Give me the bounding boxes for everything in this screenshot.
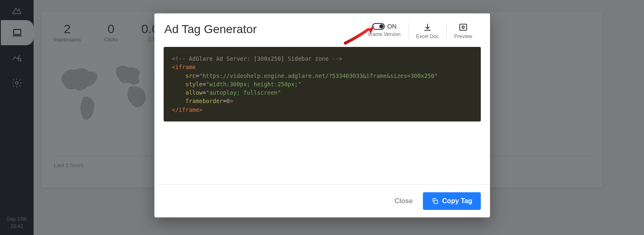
modal-header: Ad Tag Generator ON Iframe Version Excel… bbox=[154, 13, 490, 47]
ad-tag-generator-modal: Ad Tag Generator ON Iframe Version Excel… bbox=[154, 13, 490, 217]
code-attr-allow: allow bbox=[185, 89, 203, 96]
modal-footer: Close Copy Tag bbox=[154, 184, 490, 217]
copy-tag-button[interactable]: Copy Tag bbox=[423, 192, 481, 210]
code-attr-frameborder: frameborder bbox=[185, 98, 223, 104]
toggle-icon bbox=[372, 23, 385, 30]
preview-action[interactable]: Preview bbox=[446, 23, 480, 39]
close-button[interactable]: Close bbox=[394, 197, 413, 205]
iframe-version-toggle[interactable]: ON Iframe Version bbox=[360, 23, 408, 37]
svg-point-5 bbox=[462, 26, 464, 28]
code-val-frameborder: 0 bbox=[227, 98, 230, 104]
modal-overlay[interactable]: Ad Tag Generator ON Iframe Version Excel… bbox=[0, 0, 644, 235]
code-block[interactable]: <!-- AdGlare Ad Server: [300x250] Sideba… bbox=[164, 47, 481, 121]
code-open-tag: <iframe bbox=[172, 64, 196, 70]
toggle-state-label: ON bbox=[387, 23, 397, 30]
toggle-sub-label: Iframe Version bbox=[368, 31, 400, 37]
code-val-allow: "autoplay; fullscreen" bbox=[206, 89, 281, 96]
excel-doc-action[interactable]: Excel Doc bbox=[408, 23, 446, 39]
code-val-src: "https://videohelp.engine.adglare.net/?5… bbox=[199, 72, 438, 79]
code-comment: <!-- AdGlare Ad Server: [300x250] Sideba… bbox=[172, 55, 342, 62]
copy-tag-label: Copy Tag bbox=[442, 197, 472, 205]
modal-header-actions: ON Iframe Version Excel Doc Preview bbox=[360, 23, 480, 39]
code-val-style: "width:300px; height:250px;" bbox=[206, 81, 302, 88]
copy-icon bbox=[431, 197, 439, 205]
code-close-tag: </iframe> bbox=[172, 106, 203, 113]
preview-icon bbox=[459, 23, 468, 32]
modal-title: Ad Tag Generator bbox=[164, 23, 361, 36]
svg-rect-6 bbox=[434, 200, 438, 204]
modal-spacer bbox=[154, 121, 490, 184]
preview-label: Preview bbox=[454, 34, 472, 39]
download-icon bbox=[423, 23, 432, 32]
excel-doc-label: Excel Doc bbox=[416, 34, 439, 39]
svg-rect-4 bbox=[460, 24, 467, 31]
code-attr-src: src bbox=[185, 72, 196, 79]
code-attr-style: style bbox=[185, 81, 203, 88]
